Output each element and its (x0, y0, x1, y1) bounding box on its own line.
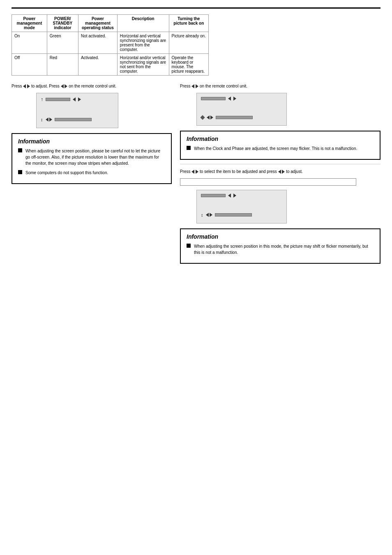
table-row: On Green Not activated. Horizontal and v… (12, 32, 209, 54)
col-header-indicator: POWER/ STANDBY indicator (47, 15, 78, 32)
osd-lr-icon (46, 117, 52, 122)
right-osd-arrow-left (228, 97, 231, 101)
bottom-osd-bar-top (201, 194, 226, 197)
diamond-icon (200, 115, 205, 120)
bottom-arrow-left2-icon (278, 170, 281, 174)
right-column: Press on the remote control unit. (180, 83, 380, 268)
right-osd-lr-icon (207, 115, 213, 120)
right-info-item-top: When the Clock and Phase are adjusted, t… (187, 145, 374, 152)
cell-indicator-red: Red (47, 54, 78, 76)
cell-desc-0: Horizontal and vertical synchronizing si… (117, 32, 169, 54)
main-content: Press to adjust. Press on the remote con… (12, 83, 380, 268)
left-top-text: Press to adjust. Press on the remote con… (12, 83, 172, 90)
osd-bar-bottom (55, 118, 92, 121)
bottom-osd-bar-bottom (215, 213, 252, 216)
right-info-box-top: Information When the Clock and Phase are… (180, 131, 380, 160)
right-info-text-top: When the Clock and Phase are adjusted, t… (194, 145, 357, 152)
left-info-box: Information When adjusting the screen po… (12, 133, 172, 184)
page: Power management mode POWER/ STANDBY ind… (0, 0, 392, 555)
bullet-square-1 (18, 148, 22, 152)
power-table: Power management mode POWER/ STANDBY ind… (12, 14, 209, 76)
right-arrow-right-icon (196, 84, 198, 88)
cell-turnon-0: Picture already on. (169, 32, 208, 54)
cell-status-0: Not activated. (78, 32, 117, 54)
arrow-left-icon (23, 84, 26, 88)
bottom-osd-diagram: ↕ (196, 190, 287, 223)
input-box-wide (180, 178, 356, 186)
top-border (12, 7, 380, 9)
right-top-text: Press on the remote control unit. (180, 83, 380, 90)
left-info-title: Information (18, 138, 165, 145)
bottom-osd-lr-icon (206, 213, 212, 217)
right-osd-diagram-top (196, 93, 287, 126)
arrow-right2-icon (65, 84, 67, 88)
bottom-osd-arrow-right (233, 193, 236, 198)
right-info-title-top: Information (187, 136, 374, 142)
left-info-text-2: Some computers do not support this funct… (25, 170, 108, 176)
col-header-turnon: Turning the picture back on (169, 15, 208, 32)
bottom-arrow-right-icon (196, 170, 198, 174)
bottom-arrow-right2-icon (282, 170, 285, 174)
cell-desc-1: Horizontal and/or vertical synchronizing… (117, 54, 169, 76)
right-osd-arrow-right (233, 97, 236, 101)
bottom-info-title: Information (187, 233, 374, 240)
cell-status-1: Activated. (78, 54, 117, 76)
table-row: Off Red Activated. Horizontal and/or ver… (12, 54, 209, 76)
bullet-square-2 (18, 170, 22, 174)
bottom-arrow-left-icon (191, 170, 194, 174)
left-osd-diagram: ↑ ↕ (36, 93, 118, 128)
col-header-mode: Power management mode (12, 15, 47, 32)
left-info-item-1: When adjusting the screen position, plea… (18, 148, 165, 166)
cell-mode-off: Off (12, 54, 47, 76)
separator (180, 164, 380, 164)
osd-arrow-left-top (73, 97, 76, 101)
arrow-left2-icon (61, 84, 64, 88)
col-header-status: Power management operating status (78, 15, 117, 32)
left-info-item-2: Some computers do not support this funct… (18, 170, 165, 176)
bottom-bullet-square (187, 244, 191, 248)
right-osd-bar-top (201, 97, 226, 100)
bottom-info-item: When adjusting the screen position in th… (187, 243, 374, 256)
cell-turnon-1: Operate the keyboard or mouse. The pictu… (169, 54, 208, 76)
cell-indicator-green: Green (47, 32, 78, 54)
left-info-text-1: When adjusting the screen position, plea… (25, 148, 165, 166)
osd-bar-top (46, 98, 70, 101)
col-header-desc: Description (117, 15, 169, 32)
right-arrow-left-icon (191, 84, 194, 88)
arrow-right-icon (27, 84, 30, 88)
right-osd-bar-bottom (216, 116, 253, 119)
bottom-info-text: When adjusting the screen position in th… (194, 243, 374, 256)
bottom-right-text: Press to select the item to be adjusted … (180, 168, 380, 175)
left-column: Press to adjust. Press on the remote con… (12, 83, 172, 268)
cell-mode-on: On (12, 32, 47, 54)
bottom-info-box: Information When adjusting the screen po… (180, 228, 380, 264)
osd-arrow-right-top (78, 97, 81, 101)
right-bullet-square (187, 146, 191, 150)
bottom-osd-arrow-left (228, 193, 231, 198)
